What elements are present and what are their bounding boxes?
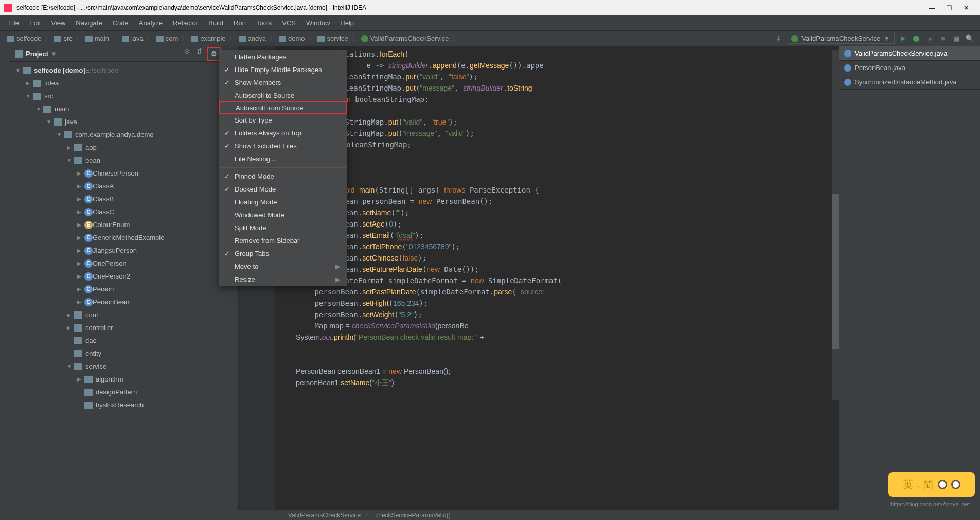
crumb-andya[interactable]: andya (237, 34, 268, 42)
tree-row[interactable]: ▼com.example.andya.demo (10, 128, 238, 141)
menu-analyze[interactable]: Analyze (135, 17, 167, 29)
maximize-button[interactable]: ☐ (946, 4, 953, 11)
tree-row[interactable]: ▶CClassC (10, 205, 238, 218)
menu-navigate[interactable]: Navigate (72, 17, 106, 29)
crumb-src[interactable]: src (52, 34, 74, 42)
popup-item-docked-mode[interactable]: ✓Docked Mode (219, 183, 347, 196)
tree-row[interactable]: ▼service (10, 360, 238, 373)
tree-twisty-icon[interactable]: ▶ (77, 235, 82, 240)
tree-twisty-icon[interactable]: ▶ (77, 209, 82, 215)
tree-twisty-icon[interactable]: ▶ (67, 325, 72, 331)
tree-twisty-icon[interactable]: ▶ (77, 170, 82, 176)
popup-item-windowed-mode[interactable]: Windowed Mode (219, 209, 347, 221)
menu-file[interactable]: File (4, 17, 23, 29)
search-button[interactable]: 🔍 (965, 33, 975, 44)
tree-twisty-icon[interactable]: ▼ (36, 106, 41, 112)
status-crumb-method[interactable]: checkServiceParamsValid() (375, 512, 451, 519)
tree-row[interactable]: ▶CClassA (10, 180, 238, 193)
run-button[interactable] (898, 33, 908, 44)
crumb-main[interactable]: main (83, 34, 111, 42)
run-configuration-dropdown[interactable]: ValidParamsCheckService ▼ (787, 33, 895, 44)
tree-twisty-icon[interactable]: ▶ (77, 376, 82, 382)
tree-twisty-icon[interactable]: ▼ (67, 158, 72, 163)
tree-row[interactable]: ▼src (10, 90, 238, 102)
minimize-button[interactable]: — (929, 4, 936, 11)
tree-row[interactable]: hystrixResearch (10, 398, 238, 411)
tree-row[interactable]: dao (10, 334, 238, 347)
popup-item-hide-empty-middle-packages[interactable]: ✓Hide Empty Middle Packages (219, 63, 347, 76)
tree-row[interactable]: ▶CChinesePerson (10, 167, 238, 180)
tree-row[interactable]: ▶controller (10, 321, 238, 334)
tree-twisty-icon[interactable]: ▶ (77, 299, 82, 305)
tree-row[interactable]: entity (10, 347, 238, 360)
tree-twisty-icon[interactable]: ▶ (77, 196, 82, 202)
file-tab-personbean[interactable]: PersonBean.java (839, 61, 980, 75)
menu-window[interactable]: Window (302, 17, 334, 29)
left-tool-strip[interactable] (0, 46, 10, 510)
tree-row[interactable]: ▼main (10, 102, 238, 115)
chevron-down-icon[interactable]: ▼ (50, 50, 57, 58)
crumb-example[interactable]: example (189, 34, 227, 42)
coverage-button[interactable]: ◈ (924, 33, 935, 44)
tree-twisty-icon[interactable]: ▶ (67, 312, 72, 318)
tree-row[interactable]: ▶algorithm (10, 373, 238, 386)
collapse-icon[interactable]: ⇵ (195, 47, 203, 56)
editor-scrollbar-track[interactable] (832, 50, 839, 400)
status-crumb-class[interactable]: ValidParamsCheckService (288, 512, 361, 519)
tree-row[interactable]: ▶COnePerson2 (10, 270, 238, 283)
popup-item-split-mode[interactable]: Split Mode (219, 221, 347, 234)
stop-button[interactable]: ■ (938, 33, 948, 44)
crumb-demo[interactable]: demo (277, 34, 307, 42)
tree-row[interactable]: ▶CJiangsuPerson (10, 244, 238, 257)
tree-twisty-icon[interactable]: ▼ (15, 67, 21, 73)
popup-item-resize[interactable]: Resize▶ (219, 273, 347, 286)
build-button[interactable]: ⬇ (773, 33, 783, 44)
tree-row[interactable]: ▼bean (10, 154, 238, 167)
tree-row[interactable]: ▶CGenericMethodExample (10, 231, 238, 244)
popup-item-floating-mode[interactable]: Floating Mode (219, 196, 347, 209)
popup-item-show-members[interactable]: ✓Show Members (219, 76, 347, 89)
sidebar-title[interactable]: Project (26, 50, 48, 58)
ime-indicator[interactable]: 英 , 简 (888, 472, 975, 497)
menu-run[interactable]: Run (229, 17, 250, 29)
crumb-service[interactable]: service (315, 34, 350, 42)
menu-view[interactable]: View (47, 17, 69, 29)
popup-item-file-nesting-[interactable]: File Nesting... (219, 152, 347, 165)
tree-twisty-icon[interactable]: ▶ (77, 248, 82, 253)
tree-twisty-icon[interactable]: ▶ (77, 286, 82, 292)
locate-icon[interactable]: ⊕ (183, 47, 191, 56)
popup-item-autoscroll-from-source[interactable]: Autoscroll from Source (219, 101, 347, 114)
tree-row[interactable]: ▶conf (10, 308, 238, 321)
tree-twisty-icon[interactable]: ▶ (77, 273, 82, 279)
popup-item-show-excluded-files[interactable]: ✓Show Excluded Files (219, 140, 347, 152)
tree-row[interactable]: ▶aop (10, 141, 238, 154)
tree-twisty-icon[interactable]: ▼ (67, 363, 72, 369)
crumb-com[interactable]: com (154, 34, 181, 42)
structure-button[interactable]: ▦ (951, 33, 961, 44)
tree-row[interactable]: ▶CPersonBean (10, 296, 238, 308)
menu-help[interactable]: Help (336, 17, 358, 29)
crumb-class[interactable]: ValidParamsCheckService (359, 34, 451, 42)
crumb-selfcode[interactable]: selfcode (5, 34, 43, 42)
crumb-java[interactable]: java (120, 34, 146, 42)
tree-twisty-icon[interactable]: ▼ (46, 119, 51, 125)
file-tab-validparams[interactable]: ValidParamsCheckService.java (839, 46, 980, 61)
tree-row[interactable]: ▶.idea (10, 77, 238, 90)
tree-twisty-icon[interactable]: ▶ (26, 80, 31, 86)
popup-item-remove-from-sidebar[interactable]: Remove from Sidebar (219, 234, 347, 247)
menu-edit[interactable]: Edit (25, 17, 45, 29)
menu-vcs[interactable]: VCS (278, 17, 300, 29)
tree-row[interactable]: ▼selfcode [demo] E:\selfcode (10, 64, 238, 77)
tree-row[interactable]: ▶CPerson (10, 283, 238, 296)
tree-twisty-icon[interactable]: ▼ (57, 132, 62, 137)
menu-code[interactable]: Code (109, 17, 133, 29)
tree-row[interactable]: ▶COnePerson (10, 257, 238, 270)
tree-twisty-icon[interactable]: ▶ (67, 145, 72, 150)
menu-refactor[interactable]: Refactor (169, 17, 202, 29)
tree-twisty-icon[interactable]: ▶ (77, 261, 82, 266)
file-tab-synchronized[interactable]: SynchronizedInstanceMethod.java (839, 75, 980, 90)
popup-item-flatten-packages[interactable]: Flatten Packages (219, 50, 347, 63)
popup-item-pinned-mode[interactable]: ✓Pinned Mode (219, 170, 347, 183)
project-tree[interactable]: ▼selfcode [demo] E:\selfcode▶.idea▼src▼m… (10, 62, 238, 510)
popup-item-group-tabs[interactable]: ✓Group Tabs (219, 247, 347, 260)
